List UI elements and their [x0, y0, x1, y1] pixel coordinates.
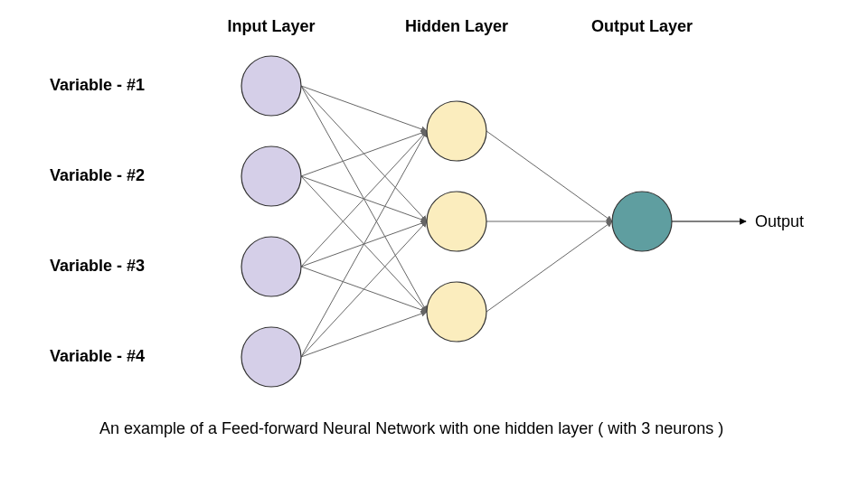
svg-line-9: [301, 131, 427, 357]
variable-1-label: Variable - #1: [50, 76, 145, 94]
input-node-3: [241, 237, 301, 296]
svg-line-10: [301, 221, 427, 357]
svg-line-3: [301, 131, 427, 176]
input-node-2: [241, 146, 301, 206]
hidden-layer-label: Hidden Layer: [405, 17, 508, 35]
hidden-layer-nodes: [427, 101, 486, 342]
output-layer-label: Output Layer: [591, 17, 693, 35]
input-layer-label: Input Layer: [227, 17, 315, 35]
diagram-caption: An example of a Feed-forward Neural Netw…: [99, 419, 723, 437]
input-node-1: [241, 56, 301, 116]
variable-4-label: Variable - #4: [50, 347, 145, 365]
svg-line-12: [486, 131, 612, 221]
edges-hidden-output: [486, 131, 612, 312]
hidden-node-1: [427, 101, 486, 161]
hidden-node-2: [427, 192, 486, 251]
input-layer-nodes: [241, 56, 301, 387]
input-node-4: [241, 327, 301, 387]
svg-line-11: [301, 312, 427, 357]
variable-3-label: Variable - #3: [50, 257, 145, 275]
neural-network-diagram: Input Layer Hidden Layer Output Layer Va…: [0, 0, 868, 488]
variable-2-label: Variable - #2: [50, 166, 145, 184]
edges-input-hidden: [301, 86, 427, 357]
svg-line-0: [301, 86, 427, 131]
output-node-1: [612, 192, 672, 251]
output-layer-nodes: [612, 192, 672, 251]
output-label: Output: [755, 212, 804, 230]
hidden-node-3: [427, 282, 486, 342]
svg-line-14: [486, 221, 612, 312]
svg-line-6: [301, 131, 427, 267]
